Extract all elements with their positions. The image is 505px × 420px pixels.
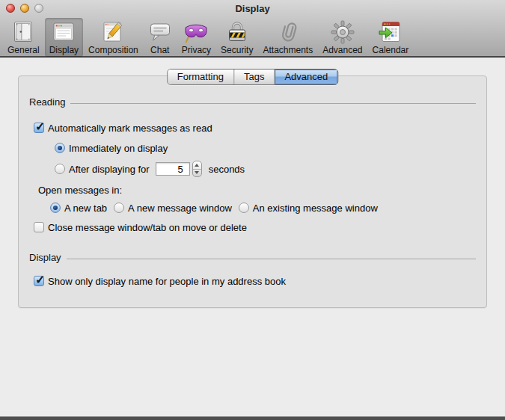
seconds-label: seconds (209, 164, 245, 175)
toolbar-item-attachments[interactable]: Attachments (258, 18, 317, 57)
toolbar-item-general[interactable]: General (3, 18, 44, 57)
window-title: Display (0, 3, 505, 14)
preferences-toolbar: General Display (3, 18, 413, 57)
section-title: Reading (29, 96, 65, 108)
close-on-move-checkbox[interactable] (34, 222, 44, 232)
section-title: Display (29, 252, 61, 263)
new-message-window-radio[interactable] (114, 203, 124, 213)
calendar-arrow-icon (379, 20, 403, 44)
toolbar-item-label: General (7, 45, 40, 55)
toolbar-item-display[interactable]: Display (45, 18, 83, 57)
seconds-stepper (192, 161, 202, 177)
speech-bubble-icon (148, 20, 172, 44)
new-tab-label[interactable]: A new tab (64, 203, 107, 214)
toolbar-item-label: Chat (150, 45, 169, 55)
toolbar-item-label: Security (221, 45, 253, 55)
open-messages-in-label-row: Open messages in: (38, 182, 122, 197)
toolbar-item-label: Display (49, 45, 79, 55)
seconds-input[interactable] (156, 162, 190, 176)
show-display-name-label[interactable]: Show only display name for people in my … (48, 276, 286, 287)
tab-tags[interactable]: Tags (233, 70, 274, 84)
show-display-name-row: Show only display name for people in my … (34, 274, 286, 288)
after-displaying-label[interactable]: After displaying for (69, 164, 150, 175)
pencil-window-icon (101, 20, 125, 44)
stepper-up-button[interactable] (193, 161, 201, 170)
open-messages-in-label: Open messages in: (38, 185, 122, 196)
section-header-display: Display (29, 251, 476, 263)
existing-message-window-label[interactable]: An existing message window (253, 203, 378, 214)
new-tab-radio[interactable] (50, 203, 61, 213)
toolbar-item-calendar[interactable]: Calendar (368, 18, 414, 57)
show-display-name-checkbox[interactable] (34, 276, 44, 286)
toolbar-item-label: Calendar (373, 45, 409, 55)
toolbar-item-label: Privacy (182, 45, 211, 55)
toolbar-item-chat[interactable]: Chat (144, 18, 177, 57)
stepper-down-button[interactable] (193, 170, 201, 177)
tab-advanced[interactable]: Advanced (274, 70, 337, 84)
toolbar-item-composition[interactable]: Composition (84, 18, 143, 57)
auto-mark-read-checkbox[interactable] (34, 123, 44, 133)
open-in-new-window-option: A new message window (114, 203, 232, 214)
section-rule (67, 259, 476, 259)
open-messages-in-options: A new tab A new message window An existi… (50, 200, 385, 215)
gear-icon (331, 20, 355, 44)
stepper-down-icon (195, 171, 199, 174)
after-displaying-radio[interactable] (55, 164, 65, 174)
tab-formatting[interactable]: Formatting (168, 70, 233, 84)
toolbar-item-security[interactable]: Security (216, 18, 257, 57)
advanced-settings-panel: Reading Automatically mark messages as r… (18, 75, 487, 308)
toolbar-item-label: Advanced (322, 45, 362, 55)
auto-mark-read-row: Automatically mark messages as read (34, 120, 212, 135)
door-icon (11, 20, 35, 44)
window-bottom-edge (0, 416, 505, 420)
toolbar-item-label: Attachments (263, 45, 313, 55)
close-on-move-label[interactable]: Close message window/tab on move or dele… (48, 222, 247, 233)
mask-icon (184, 20, 208, 44)
padlock-icon (225, 20, 249, 44)
auto-mark-read-label[interactable]: Automatically mark messages as read (48, 123, 212, 134)
immediately-label[interactable]: Immediately on display (69, 143, 168, 154)
paperclip-icon (276, 20, 300, 44)
section-rule (70, 103, 476, 104)
immediately-radio[interactable] (55, 143, 65, 153)
open-in-existing-window-option: An existing message window (239, 203, 378, 214)
close-on-move-row: Close message window/tab on move or dele… (34, 220, 247, 235)
after-displaying-row: After displaying for seconds (55, 160, 245, 178)
titlebar-toolbar: Display General (0, 0, 505, 58)
stepper-up-icon (195, 164, 199, 167)
toolbar-item-advanced[interactable]: Advanced (318, 18, 367, 57)
new-message-window-label[interactable]: A new message window (128, 203, 232, 214)
window-icon (52, 20, 76, 44)
immediately-row: Immediately on display (55, 140, 168, 155)
open-in-new-tab-option: A new tab (50, 203, 107, 214)
toolbar-item-label: Composition (88, 45, 138, 55)
toolbar-item-privacy[interactable]: Privacy (177, 18, 215, 57)
preferences-window: Display General (0, 0, 505, 420)
tab-bar: Formatting Tags Advanced (167, 69, 338, 85)
section-header-reading: Reading (29, 96, 476, 108)
existing-message-window-radio[interactable] (239, 203, 249, 213)
